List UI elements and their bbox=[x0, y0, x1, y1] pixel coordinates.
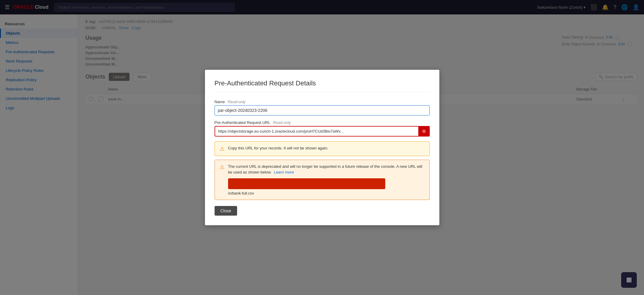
warning-box-2: ⚠ The current URL is deprecated and will… bbox=[215, 160, 430, 200]
url-readonly-text: Read-only bbox=[273, 120, 291, 125]
url-field-label: Pre-Authenticated Request URL Read-only bbox=[215, 120, 430, 125]
close-button[interactable]: Close bbox=[215, 206, 237, 216]
modal-overlay: Pre-Authenticated Request Details Name R… bbox=[78, 14, 644, 295]
learn-more-link[interactable]: Learn more bbox=[274, 170, 294, 174]
floating-help-button[interactable]: ⊞ bbox=[621, 272, 637, 288]
floating-help-icon: ⊞ bbox=[626, 276, 632, 284]
warning-text-1: Copy this URL for your records. It will … bbox=[228, 145, 328, 151]
new-url-suffix: /o/bank-full.csv bbox=[228, 190, 425, 196]
modal-dialog: Pre-Authenticated Request Details Name R… bbox=[205, 70, 439, 226]
main-content: E tag: a1f74511-4a16-4465-8506-e73413186… bbox=[78, 14, 644, 295]
url-field-wrapper: ⧉ bbox=[215, 126, 430, 137]
redacted-url-bar bbox=[228, 178, 385, 189]
warning2-main-text: The current URL is deprecated and will n… bbox=[228, 164, 423, 175]
warning-text-2: The current URL is deprecated and will n… bbox=[228, 164, 425, 196]
warning-box-1: ⚠ Copy this URL for your records. It wil… bbox=[215, 141, 430, 156]
name-input[interactable] bbox=[215, 105, 430, 115]
modal-title: Pre-Authenticated Request Details bbox=[215, 79, 430, 92]
warning-icon-2: ⚠ bbox=[220, 164, 224, 171]
copy-icon: ⧉ bbox=[423, 129, 426, 134]
warning-icon-1: ⚠ bbox=[220, 146, 224, 152]
url-label-text: Pre-Authenticated Request URL bbox=[215, 120, 270, 125]
url-input[interactable] bbox=[215, 126, 430, 137]
name-label-text: Name bbox=[215, 100, 225, 104]
copy-url-button[interactable]: ⧉ bbox=[418, 126, 430, 137]
name-field-label: Name Read-only bbox=[215, 100, 430, 104]
main-layout: Resources Objects Metrics Pre-Authentica… bbox=[0, 14, 644, 295]
name-readonly-text: Read-only bbox=[228, 100, 246, 104]
